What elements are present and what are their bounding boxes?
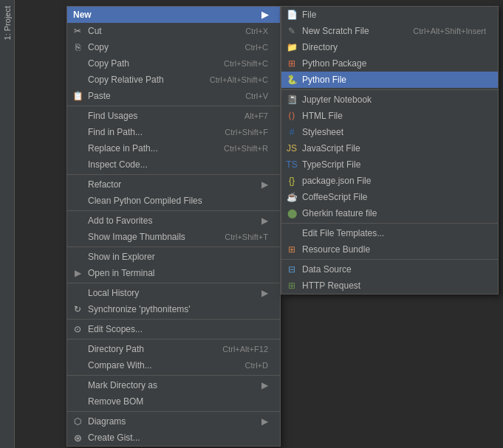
resource-bundle-label: Resource Bundle (302, 244, 370, 255)
paste-shortcut: Ctrl+V (230, 92, 268, 100)
separator-1 (67, 106, 280, 106)
copy-relative-path-label: Copy Relative Path (88, 75, 164, 85)
open-terminal-menu-item[interactable]: ▶ Open in Terminal (67, 265, 280, 281)
separator-5 (67, 283, 280, 283)
edit-scopes-label: Edit Scopes... (88, 324, 143, 334)
cut-menu-item[interactable]: ✂ Cut Ctrl+X (67, 23, 280, 39)
directory-path-label: Directory Path (88, 344, 144, 354)
gherkin-icon: ⬤ (286, 207, 298, 219)
local-history-menu-item[interactable]: Local History ▶ (67, 285, 280, 301)
cut-shortcut: Ctrl+X (230, 27, 268, 35)
js-submenu-item[interactable]: JS JavaScript File (281, 140, 498, 156)
python-file-icon: 🐍 (286, 74, 298, 86)
local-history-arrow: ▶ (261, 288, 268, 298)
python-package-submenu-item[interactable]: ⊞ Python Package (281, 55, 498, 72)
mark-directory-label: Mark Directory as (88, 380, 157, 390)
edit-file-templates-submenu-item[interactable]: Edit File Templates... (281, 225, 498, 241)
package-json-label: package.json File (302, 176, 371, 186)
ts-icon: TS (286, 159, 298, 170)
terminal-icon: ▶ (72, 267, 83, 279)
file-icon: 📄 (286, 9, 298, 21)
data-source-submenu-item[interactable]: ⊟ Data Source (281, 261, 498, 278)
open-terminal-label: Open in Terminal (88, 268, 155, 278)
http-icon: ⊞ (286, 280, 298, 292)
clean-compiled-label: Clean Python Compiled Files (88, 196, 202, 206)
python-file-label: Python File (302, 75, 346, 85)
separator-9 (67, 411, 280, 412)
resource-icon: ⊞ (286, 244, 298, 255)
html-icon: ⟨⟩ (286, 110, 298, 122)
create-gist-label: Create Gist... (88, 433, 140, 443)
separator-8 (67, 375, 280, 376)
mark-directory-menu-item[interactable]: Mark Directory as ▶ (67, 377, 280, 393)
synchronize-label: Synchronize 'pythonitems' (88, 304, 191, 314)
html-label: HTML File (302, 111, 343, 121)
find-usages-menu-item[interactable]: Find Usages Alt+F7 (67, 108, 280, 124)
refactor-label: Refactor (88, 179, 121, 190)
inspect-code-menu-item[interactable]: Inspect Code... (67, 156, 280, 173)
create-gist-menu-item[interactable]: ⊛ Create Gist... (67, 430, 280, 446)
local-history-label: Local History (88, 288, 139, 298)
new-menu-label: New (73, 10, 92, 20)
new-scratch-file-submenu-item[interactable]: ✎ New Scratch File Ctrl+Alt+Shift+Insert (281, 23, 498, 39)
js-label: JavaScript File (302, 143, 360, 154)
coffeescript-label: CoffeeScript File (302, 192, 367, 202)
replace-in-path-label: Replace in Path... (88, 143, 158, 154)
paste-icon: 📋 (72, 90, 83, 102)
copy-relative-path-shortcut: Ctrl+Alt+Shift+C (195, 75, 268, 84)
show-thumbnails-menu-item[interactable]: Show Image Thumbnails Ctrl+Shift+T (67, 229, 280, 245)
find-in-path-menu-item[interactable]: Find in Path... Ctrl+Shift+F (67, 124, 280, 140)
copy-shortcut: Ctrl+C (230, 43, 268, 52)
directory-path-shortcut: Ctrl+Alt+F12 (208, 345, 268, 354)
copy-path-menu-item[interactable]: Copy Path Ctrl+Shift+C (67, 55, 280, 72)
diagrams-arrow: ▶ (261, 416, 268, 427)
edit-scopes-menu-item[interactable]: ⊙ Edit Scopes... (67, 321, 280, 337)
directory-path-menu-item[interactable]: Directory Path Ctrl+Alt+F12 (67, 341, 280, 357)
ts-submenu-item[interactable]: TS TypeScript File (281, 156, 498, 173)
new-scratch-file-shortcut: Ctrl+Alt+Shift+Insert (398, 27, 486, 35)
data-source-label: Data Source (302, 264, 352, 275)
copy-icon: ⎘ (72, 41, 83, 53)
replace-in-path-menu-item[interactable]: Replace in Path... Ctrl+Shift+R (67, 140, 280, 156)
new-menu-header[interactable]: New ▶ (67, 7, 280, 23)
http-request-submenu-item[interactable]: ⊞ HTTP Request (281, 278, 498, 294)
html-submenu-item[interactable]: ⟨⟩ HTML File (281, 108, 498, 124)
separator-6 (67, 319, 280, 320)
remove-bom-menu-item[interactable]: Remove BOM (67, 393, 280, 410)
diagrams-menu-item[interactable]: ⬡ Diagrams ▶ (67, 413, 280, 430)
show-explorer-menu-item[interactable]: Show in Explorer (67, 249, 280, 265)
new-menu-arrow: ▶ (261, 10, 268, 20)
package-json-submenu-item[interactable]: {} package.json File (281, 173, 498, 189)
project-tree (15, 0, 68, 448)
python-file-submenu-item[interactable]: 🐍 Python File (281, 72, 498, 88)
cut-icon: ✂ (72, 25, 83, 37)
sidebar-tab-label[interactable]: 1: Project (1, 0, 13, 46)
resource-bundle-submenu-item[interactable]: ⊞ Resource Bundle (281, 241, 498, 258)
copy-menu-item[interactable]: ⎘ Copy Ctrl+C (67, 39, 280, 55)
add-favorites-menu-item[interactable]: Add to Favorites ▶ (67, 213, 280, 229)
refactor-menu-item[interactable]: Refactor ▶ (67, 176, 280, 193)
find-in-path-shortcut: Ctrl+Shift+F (210, 128, 268, 137)
stylesheet-submenu-item[interactable]: # Stylesheet (281, 124, 498, 140)
file-submenu-item[interactable]: 📄 File (281, 7, 498, 23)
submenu-separator-1 (281, 89, 498, 90)
clean-compiled-menu-item[interactable]: Clean Python Compiled Files (67, 193, 280, 209)
separator-4 (67, 247, 280, 247)
show-explorer-label: Show in Explorer (88, 252, 155, 262)
compare-with-menu-item[interactable]: Compare With... Ctrl+D (67, 357, 280, 373)
sync-icon: ↻ (72, 303, 83, 315)
find-usages-label: Find Usages (88, 111, 137, 121)
directory-submenu-item[interactable]: 📁 Directory (281, 39, 498, 55)
paste-menu-item[interactable]: 📋 Paste Ctrl+V (67, 88, 280, 104)
gherkin-submenu-item[interactable]: ⬤ Gherkin feature file (281, 205, 498, 221)
synchronize-menu-item[interactable]: ↻ Synchronize 'pythonitems' (67, 301, 280, 317)
copy-relative-path-menu-item[interactable]: Copy Relative Path Ctrl+Alt+Shift+C (67, 72, 280, 88)
edit-file-templates-label: Edit File Templates... (302, 228, 384, 238)
js-icon: JS (286, 142, 298, 154)
directory-icon: 📁 (286, 41, 298, 53)
coffeescript-submenu-item[interactable]: ☕ CoffeeScript File (281, 189, 498, 205)
mark-directory-arrow: ▶ (261, 380, 268, 390)
jupyter-submenu-item[interactable]: 📓 Jupyter Notebook (281, 92, 498, 108)
diagrams-icon: ⬡ (72, 416, 83, 427)
copy-path-shortcut: Ctrl+Shift+C (209, 59, 268, 68)
